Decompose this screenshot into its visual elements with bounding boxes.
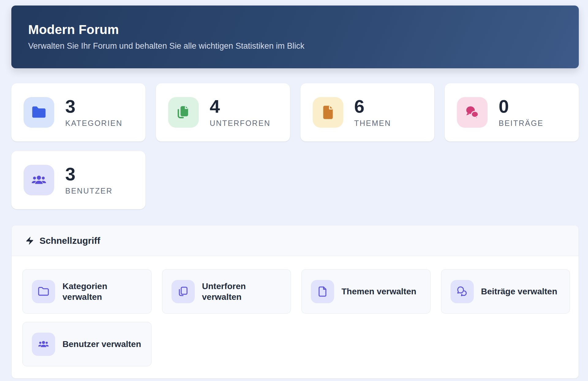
file-outline-icon [311,280,334,303]
stat-value: 4 [210,97,271,116]
lightning-icon [25,236,34,245]
stat-card-beitraege: 0 BEITRÄGE [445,83,579,141]
dashboard-page: Modern Forum Verwalten Sie Ihr Forum und… [0,0,588,381]
chat-icon [457,97,488,128]
quick-access-button-kategorien[interactable]: Kategorien verwalten [22,269,152,314]
page-subtitle: Verwalten Sie Ihr Forum und behalten Sie… [28,41,567,51]
stat-text: 0 BEITRÄGE [499,97,543,128]
stat-value: 6 [354,97,391,116]
stat-label: KATEGORIEN [65,119,123,128]
page-title: Modern Forum [28,23,567,37]
stat-card-kategorien: 3 KATEGORIEN [11,83,145,141]
quick-label: Beiträge verwalten [481,286,557,297]
quick-access-header: Schnellzugriff [12,225,579,256]
stat-text: 4 UNTERFOREN [210,97,271,128]
stat-text: 6 THEMEN [354,97,391,128]
quick-access-panel: Schnellzugriff Kategorien verwalten Unte… [11,225,579,379]
quick-label: Themen verwalten [341,286,416,297]
users-icon [32,333,55,356]
stat-text: 3 KATEGORIEN [65,97,123,128]
stat-value: 3 [65,165,113,183]
quick-access-button-beitraege[interactable]: Beiträge verwalten [441,269,570,314]
stat-value: 0 [499,97,543,116]
file-icon [313,97,343,128]
quick-access-button-unterforen[interactable]: Unterforen verwalten [162,269,291,314]
chat-outline-icon [450,280,474,303]
stat-label: UNTERFOREN [210,119,271,128]
stats-grid: 3 KATEGORIEN 4 UNTERFOREN 6 THEMEN 0 BEI… [11,83,579,209]
stat-card-themen: 6 THEMEN [300,83,435,141]
folder-icon [24,97,54,128]
quick-access-title: Schnellzugriff [40,236,100,246]
stat-label: BEITRÄGE [499,119,543,128]
quick-access-button-themen[interactable]: Themen verwalten [301,269,431,314]
stat-label: THEMEN [354,119,391,128]
stat-text: 3 BENUTZER [65,165,113,195]
stat-value: 3 [65,97,123,116]
stat-card-benutzer: 3 BENUTZER [11,151,145,209]
folder-outline-icon [32,280,55,303]
users-icon [24,165,54,195]
copy-icon [168,97,199,128]
stat-label: BENUTZER [65,187,113,195]
quick-label: Unterforen verwalten [202,281,285,302]
quick-access-grid: Kategorien verwalten Unterforen verwalte… [12,256,579,378]
header-banner: Modern Forum Verwalten Sie Ihr Forum und… [11,6,579,68]
quick-label: Benutzer verwalten [62,339,141,349]
stat-card-unterforen: 4 UNTERFOREN [156,83,290,141]
quick-access-button-benutzer[interactable]: Benutzer verwalten [22,322,152,366]
quick-label: Kategorien verwalten [62,281,146,302]
copy-outline-icon [172,280,195,303]
